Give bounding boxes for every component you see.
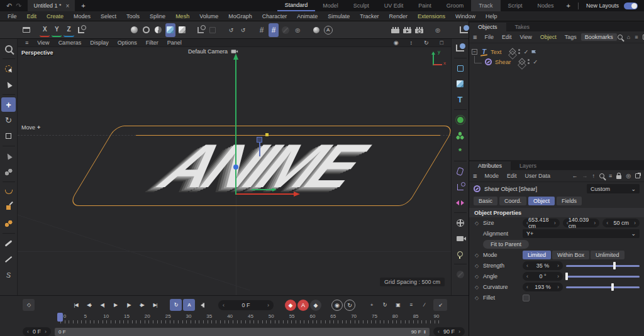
object-manager-menu-item[interactable]: File (480, 33, 497, 41)
layer-icon[interactable] (509, 48, 516, 55)
attribute-manager-tab[interactable]: Attributes (469, 161, 511, 170)
material-button[interactable] (453, 267, 467, 281)
keyframe-dot-icon[interactable]: ◇ (474, 295, 480, 301)
orientation-gizmo[interactable]: y x (426, 51, 442, 68)
layout-toggle-switch[interactable] (624, 3, 638, 9)
layout-tab[interactable]: Groom (439, 0, 472, 11)
menu-item[interactable]: MoGraph (223, 13, 257, 19)
curvature-field[interactable]: ‹193 %› (523, 283, 563, 291)
sound-button[interactable] (196, 299, 208, 311)
layout-tab[interactable]: Nodes (530, 0, 562, 11)
record-channel-button[interactable]: ∕ (418, 299, 430, 311)
enabled-check-icon[interactable]: ✓ (533, 58, 538, 65)
generator-button[interactable]: * (453, 144, 467, 158)
range-start-spinner[interactable]: ‹ 0 F › (23, 327, 51, 336)
menu-item[interactable]: Character (257, 13, 292, 19)
display-mode-button[interactable] (165, 23, 175, 37)
pen-tool[interactable] (1, 252, 16, 266)
filter-icon[interactable]: ≡ (609, 173, 612, 179)
timeline-ruler[interactable]: 051015202530354045505560657075808590 (60, 313, 441, 325)
menu-item[interactable]: Render (384, 13, 413, 19)
axis-origin-handle[interactable] (233, 165, 238, 170)
layout-tab[interactable]: UV Edit (377, 0, 411, 11)
tree-item-text[interactable]: − T Text ✓ (472, 46, 641, 57)
close-tab-icon[interactable]: × (65, 3, 69, 9)
cube-primitive-button[interactable] (453, 77, 467, 91)
tree-item-shear[interactable]: Shear ✓ (472, 57, 641, 67)
shading-gouraud-button[interactable] (130, 23, 140, 37)
back-icon[interactable]: ← (572, 173, 577, 179)
pen-spline-button[interactable] (453, 41, 467, 55)
expand-toggle-icon[interactable]: − (472, 49, 477, 55)
record-rotation-button[interactable]: ↻ (344, 300, 355, 311)
menu-item[interactable]: Simulate (323, 13, 355, 19)
transport-button[interactable]: ◀| (96, 299, 108, 311)
transport-button[interactable]: ▶ (109, 299, 121, 311)
undo-icon[interactable]: ↶ (6, 2, 12, 10)
keyframe-dot-icon[interactable]: ◇ (474, 285, 480, 290)
environment-button[interactable] (453, 215, 467, 230)
new-document-button[interactable]: + (75, 2, 91, 9)
add-layout-button[interactable]: + (562, 2, 575, 9)
attribute-subtab[interactable]: Object (528, 197, 555, 205)
fillet-checkbox[interactable] (523, 295, 530, 301)
angle-slider[interactable] (566, 273, 640, 280)
display-options-button[interactable] (177, 23, 187, 37)
render-view-button[interactable] (391, 23, 401, 37)
document-tab[interactable]: Untitled 1 * × (28, 0, 75, 11)
snap-target-button[interactable]: ◎ (292, 23, 303, 37)
size-y-field[interactable]: ‹140.039 cm› (563, 219, 600, 227)
viewport-menu-item[interactable]: Filter (142, 40, 162, 46)
spline-smooth-tool[interactable] (1, 185, 16, 199)
forward-icon[interactable]: → (582, 173, 587, 179)
frame-decrement-icon[interactable]: ‹ (223, 302, 225, 308)
x-axis-lock-button[interactable]: X (40, 23, 50, 37)
attribute-subtab[interactable]: Fields (557, 197, 582, 205)
redo-icon[interactable]: ↷ (16, 2, 21, 10)
attribute-menu-item[interactable]: Edit (503, 172, 521, 180)
menu-item[interactable]: Create (42, 13, 69, 19)
range-end-increment-icon[interactable]: › (458, 328, 460, 335)
camera-object-button[interactable] (453, 231, 467, 246)
attribute-manager-tab[interactable]: Layers (511, 161, 545, 170)
playhead[interactable] (57, 313, 63, 322)
strength-field[interactable]: ‹35 %› (523, 261, 563, 270)
current-frame-field[interactable]: ‹ 0 F › (218, 300, 274, 310)
pan-view-icon[interactable]: ◉ (390, 40, 402, 46)
render-picture-viewer-button[interactable] (402, 23, 413, 37)
viewport-menu-item[interactable]: Display (86, 40, 113, 46)
angle-field[interactable]: ‹0 °› (523, 272, 563, 281)
orbit-view-icon[interactable]: ↻ (420, 40, 433, 46)
light-object-button[interactable] (453, 247, 467, 261)
layout-tab[interactable]: Model (315, 0, 346, 11)
x-axis-arrow[interactable] (236, 193, 294, 195)
object-manager-tab[interactable]: Takes (506, 23, 539, 31)
menu-item[interactable]: Volume (194, 13, 223, 19)
attribute-subtab[interactable]: Basic (474, 197, 497, 205)
keyframe-dot-icon[interactable]: ◇ (474, 252, 480, 258)
move-tool[interactable]: + (1, 97, 16, 112)
keyframe-dot-icon[interactable]: ◇ (474, 263, 480, 269)
quantize-grid-button[interactable]: # (269, 23, 279, 37)
modeling-settings-button[interactable] (311, 23, 321, 37)
menu-item[interactable]: Mesh (170, 13, 194, 19)
strength-handle-dot[interactable] (265, 133, 269, 136)
search-icon[interactable] (599, 173, 604, 178)
y-axis-arrow[interactable] (235, 59, 236, 195)
reset-workplane-button[interactable]: ↺ (226, 23, 236, 37)
range-end-spinner[interactable]: ‹ 90 F › (433, 327, 465, 336)
mode-option[interactable]: Within Box (552, 251, 589, 259)
layout-tab[interactable]: Paint (411, 0, 439, 11)
transport-button[interactable]: ▶| (149, 299, 161, 311)
record-channel-button[interactable]: + (365, 299, 377, 311)
range-start-increment-icon[interactable]: › (45, 328, 47, 335)
record-keyframe-button[interactable]: ◆ (285, 300, 296, 311)
keyframe-ruler-button[interactable]: A (183, 299, 195, 311)
viewport-menu-item[interactable]: Cameras (55, 40, 86, 46)
size-z-field[interactable]: ‹50 cm› (602, 219, 640, 227)
frame-increment-icon[interactable]: › (267, 302, 269, 308)
maximize-view-icon[interactable]: □ (436, 40, 447, 46)
strength-slider[interactable] (566, 262, 640, 269)
record-channel-button[interactable]: ≡ (405, 299, 417, 311)
render-region-button[interactable]: ◎ (433, 23, 443, 37)
